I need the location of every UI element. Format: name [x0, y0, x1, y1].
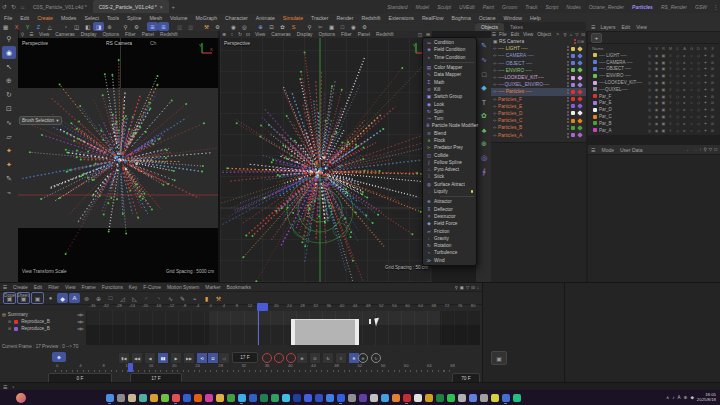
- layer-toggle-icon[interactable]: ☼: [688, 60, 695, 65]
- palette-icon[interactable]: ⊛: [478, 138, 491, 150]
- layer-toggles[interactable]: ◎◉▣≡◇▸☼◇✦⊘: [646, 66, 716, 71]
- dope-sheet-grid[interactable]: [86, 311, 480, 345]
- layer-color-chip[interactable]: [571, 76, 575, 80]
- power-slider[interactable]: 048121620242832364044485256606468: [55, 363, 455, 372]
- taskbar-app-icon[interactable]: [436, 394, 444, 402]
- tool-icon[interactable]: ▱: [2, 130, 16, 143]
- menu-item[interactable]: Octane: [475, 13, 500, 22]
- layer-diamond-icon[interactable]: [577, 75, 583, 81]
- layer-toggle-icon[interactable]: ≡: [667, 87, 674, 92]
- new-tab-button[interactable]: +: [169, 0, 178, 13]
- layer-toggle-icon[interactable]: ◇: [674, 121, 681, 126]
- toolbar-icon[interactable]: Y: [22, 22, 33, 31]
- layer-toggle-icon[interactable]: ◉: [653, 87, 660, 92]
- layer-toggle-icon[interactable]: ◇: [695, 87, 702, 92]
- popup-menu-item[interactable]: ∫ Follow Spline: [423, 159, 476, 166]
- taskbar-app-icon[interactable]: [106, 394, 114, 402]
- taskbar-app-icon[interactable]: [381, 394, 389, 402]
- layer-toggles[interactable]: ◎◉▣≡◇▸☼◇✦⊘: [646, 114, 716, 119]
- menu-item[interactable]: Simulate: [279, 13, 307, 22]
- popup-menu-item[interactable]: Σ Math: [423, 78, 476, 85]
- layer-toggle-icon[interactable]: ◇: [674, 66, 681, 71]
- layer-diamond-icon[interactable]: [577, 89, 583, 95]
- playhead-handle[interactable]: [257, 303, 268, 311]
- layer-color-chip[interactable]: [571, 61, 575, 65]
- layer-toggle-icon[interactable]: ✦: [702, 73, 709, 78]
- layer-toggle-icon[interactable]: ✦: [702, 107, 709, 112]
- layer-toggle-icon[interactable]: ≡: [667, 100, 674, 105]
- layer-toggles[interactable]: ◎◉▣≡◇▸☼◇✦⊘: [646, 107, 716, 112]
- layer-toggle-icon[interactable]: ◇: [674, 114, 681, 119]
- layer-row[interactable]: ---- CAMERA ---- ◎◉▣≡◇▸☼◇✦⊘: [588, 59, 720, 66]
- layer-diamond-icon[interactable]: [577, 125, 583, 131]
- viewport-menu-item[interactable]: Cameras: [52, 32, 77, 37]
- object-row[interactable]: ⊹ ----LOOKDEV_KIT----: [491, 74, 586, 81]
- tool-icon[interactable]: ◉: [2, 46, 16, 59]
- user-avatar[interactable]: [16, 393, 26, 403]
- layer-toggle-icon[interactable]: ▸: [681, 121, 688, 126]
- layout-tab[interactable]: Nodes: [562, 0, 584, 13]
- viewport-menu-item[interactable]: View: [36, 32, 52, 37]
- layer-toggle-icon[interactable]: ✦: [702, 80, 709, 85]
- layer-toggle-icon[interactable]: ⊘: [709, 53, 716, 58]
- layer-row[interactable]: ---- OBJECT ---- ◎◉▣≡◇▸☼◇✦⊘: [588, 66, 720, 73]
- layout-tab[interactable]: Script: [542, 0, 563, 13]
- dolly-icon[interactable]: ↕: [228, 32, 236, 37]
- timeline-tool-icon[interactable]: ◝: [153, 293, 164, 303]
- layer-toggle-icon[interactable]: ▣: [660, 80, 667, 85]
- layer-color-chip[interactable]: [593, 121, 597, 125]
- close-icon[interactable]: ×: [160, 4, 163, 10]
- layer-toggle-icon[interactable]: ◇: [674, 128, 681, 133]
- layer-toggle-icon[interactable]: ✦: [702, 94, 709, 99]
- record-icon[interactable]: ·: [262, 353, 272, 363]
- toolbar-icon[interactable]: ✿: [277, 22, 288, 31]
- objects-menu-item[interactable]: View: [521, 32, 535, 37]
- layer-diamond-icon[interactable]: [577, 68, 583, 74]
- popup-menu-item[interactable]: ⊕ Attractor: [423, 198, 476, 205]
- layer-row[interactable]: Par_A ◎◉▣≡◇▸☼◇✦⊘: [588, 127, 720, 134]
- objects-menu-item[interactable]: File: [497, 32, 509, 37]
- toolbar-icon[interactable]: ◎: [239, 22, 250, 31]
- track-row[interactable]: ⊞ Reproduce_B ◂◉▸: [0, 325, 86, 332]
- tool-icon[interactable]: ✦: [2, 158, 16, 171]
- mini-palette-icon[interactable]: ▣: [491, 351, 507, 365]
- undo-icon[interactable]: ↺: [0, 0, 9, 13]
- taskbar-app-icon[interactable]: [117, 394, 125, 402]
- toolbar-icon[interactable]: ⚙: [212, 22, 223, 31]
- taskbar-app-icon[interactable]: [502, 394, 510, 402]
- layer-color-chip[interactable]: [593, 115, 597, 119]
- layer-toggle-icon[interactable]: ☼: [688, 73, 695, 78]
- timeline-corner-icon[interactable]: ⊡: [471, 285, 475, 290]
- attributes-toolbar-icon[interactable]: ▽: [709, 147, 712, 152]
- menu-item[interactable]: Edit: [16, 13, 33, 22]
- current-frame-field[interactable]: 17 F: [232, 352, 258, 363]
- viewport-menu-item[interactable]: Filter: [122, 32, 139, 37]
- layer-toggle-icon[interactable]: ◎: [646, 94, 653, 99]
- layer-toggles[interactable]: ◎◉▣≡◇▸☼◇✦⊘: [646, 53, 716, 58]
- viewport-menu-item[interactable]: Display: [294, 32, 316, 37]
- menu-item[interactable]: File: [0, 13, 16, 22]
- toolbar-icon[interactable]: ⊡: [266, 22, 277, 31]
- taskbar-app-icon[interactable]: [238, 394, 246, 402]
- layer-toggle-icon[interactable]: ⊘: [709, 66, 716, 71]
- taskbar-app-icon[interactable]: [260, 394, 268, 402]
- layer-diamond-icon[interactable]: [577, 82, 583, 88]
- block-handle-right[interactable]: [355, 319, 359, 345]
- menu-item[interactable]: RealFlow: [418, 13, 448, 22]
- taskbar-app-icon[interactable]: [447, 394, 455, 402]
- menu-icon[interactable]: ☰: [591, 24, 595, 30]
- taskbar-app-icon[interactable]: [293, 394, 301, 402]
- layer-toggle-icon[interactable]: ◉: [653, 107, 660, 112]
- popup-menu-item[interactable]: ⋔ Flock: [423, 137, 476, 144]
- viewport-menu-item[interactable]: Cameras: [268, 32, 293, 37]
- camera-label[interactable]: RS Camera: [106, 40, 132, 46]
- menu-item[interactable]: Boghma: [448, 13, 475, 22]
- popup-menu-item[interactable]: ※ Particle Node Modifier: [423, 122, 476, 129]
- layout-tab[interactable]: Groom: [498, 0, 521, 13]
- layer-toggle-icon[interactable]: ◇: [674, 73, 681, 78]
- layer-toggle-icon[interactable]: ☼: [688, 107, 695, 112]
- layer-toggle-icon[interactable]: ▸: [681, 107, 688, 112]
- layer-toggle-icon[interactable]: ◇: [695, 128, 702, 133]
- taskbar-app-icon[interactable]: [205, 394, 213, 402]
- layer-toggle-icon[interactable]: ⊘: [709, 100, 716, 105]
